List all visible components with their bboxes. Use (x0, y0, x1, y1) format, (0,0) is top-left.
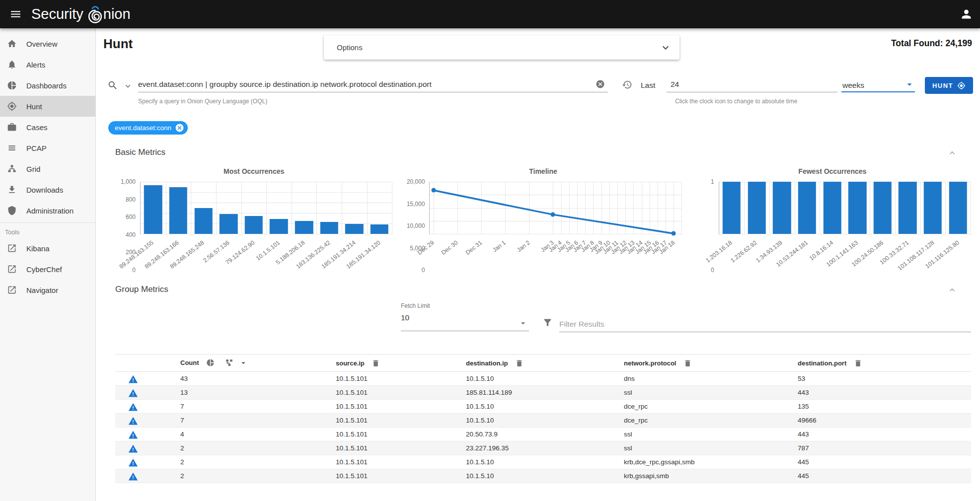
table-row[interactable]: 710.1.5.10110.1.5.10dce_rpc49666 (115, 414, 971, 428)
sidebar-item-administration[interactable]: Administration (0, 200, 95, 221)
sidebar-item-grid[interactable]: Grid (0, 158, 95, 179)
table-row[interactable]: 1310.1.5.101185.81.114.189ssl443 (115, 386, 971, 400)
event-warning-icon[interactable] (128, 472, 138, 482)
security-onion-logo[interactable]: Security nion (31, 4, 131, 25)
sidebar-item-overview[interactable]: Overview (0, 33, 95, 54)
event-warning-icon[interactable] (128, 402, 138, 412)
cell-count[interactable]: 43 (172, 372, 328, 386)
delete-column-icon[interactable] (515, 359, 524, 367)
remove-filter-icon[interactable] (175, 123, 184, 133)
sidebar-item-dashboards[interactable]: Dashboards (0, 75, 95, 96)
cell-destination-port[interactable]: 443 (790, 386, 971, 400)
cell-count[interactable]: 4 (172, 428, 328, 441)
sidebar-item-hunt[interactable]: Hunt (0, 96, 95, 117)
event-warning-icon[interactable] (128, 430, 138, 440)
cell-network-protocol[interactable]: dns (616, 372, 790, 386)
event-actions-cell[interactable] (115, 386, 172, 400)
cell-source-ip[interactable]: 10.1.5.101 (328, 386, 458, 400)
destination-port-column-header[interactable]: destination.port (790, 355, 971, 372)
destination-ip-column-header[interactable]: destination.ip (458, 355, 616, 372)
cell-destination-port[interactable]: 787 (790, 441, 971, 455)
options-expander[interactable]: Options (324, 35, 679, 60)
graph-view-icon[interactable] (225, 358, 233, 367)
event-actions-cell[interactable] (115, 372, 172, 386)
cell-destination-port[interactable]: 445 (790, 455, 971, 469)
event-warning-icon[interactable] (128, 416, 138, 426)
cell-count[interactable]: 7 (172, 414, 328, 428)
cell-source-ip[interactable]: 10.1.5.101 (328, 469, 458, 483)
sidebar-item-cases[interactable]: Cases (0, 117, 95, 138)
cell-count[interactable]: 7 (172, 400, 328, 414)
cell-count[interactable]: 2 (172, 469, 328, 483)
table-row[interactable]: 210.1.5.10110.1.5.10krb,dce_rpc,gssapi,s… (115, 455, 971, 469)
sidebar-item-alerts[interactable]: Alerts (0, 54, 95, 75)
cell-source-ip[interactable]: 10.1.5.101 (328, 455, 458, 469)
cell-count[interactable]: 2 (172, 441, 328, 455)
event-actions-cell[interactable] (115, 414, 172, 428)
event-actions-cell[interactable] (115, 455, 172, 469)
cell-destination-port[interactable]: 135 (790, 400, 971, 414)
search-icon[interactable] (107, 80, 118, 91)
filter-chip[interactable]: event.dataset:conn (108, 121, 188, 135)
cell-destination-port[interactable]: 443 (790, 428, 971, 441)
sidebar-item-navigator[interactable]: Navigator (0, 280, 95, 300)
relative-time-toggle-icon[interactable] (622, 79, 632, 90)
count-column-header[interactable]: Count (172, 355, 328, 372)
cell-network-protocol[interactable]: ssl (616, 386, 790, 400)
cell-source-ip[interactable]: 10.1.5.101 (328, 372, 458, 386)
event-actions-cell[interactable] (115, 428, 172, 441)
sidebar-item-pcap[interactable]: PCAP (0, 138, 95, 158)
cell-network-protocol[interactable]: krb,gssapi,smb (616, 469, 790, 483)
cell-destination-ip[interactable]: 10.1.5.10 (458, 400, 616, 414)
delete-column-icon[interactable] (372, 359, 380, 367)
sidebar-item-cyberchef[interactable]: CyberChef (0, 259, 95, 280)
hunt-button[interactable]: HUNT (925, 77, 973, 94)
cell-destination-ip[interactable]: 10.1.5.10 (458, 414, 616, 428)
cell-source-ip[interactable]: 10.1.5.101 (328, 441, 458, 455)
collapse-group-metrics-button[interactable] (947, 285, 957, 295)
sidebar-item-downloads[interactable]: Downloads (0, 179, 95, 200)
sidebar-item-kibana[interactable]: Kibana (0, 238, 95, 259)
source-ip-column-header[interactable]: source.ip (328, 355, 458, 372)
time-units-select[interactable]: weeks (841, 76, 915, 92)
cell-destination-ip[interactable]: 10.1.5.10 (458, 455, 616, 469)
delete-column-icon[interactable] (683, 359, 692, 367)
cell-destination-port[interactable]: 49666 (790, 414, 971, 428)
cell-network-protocol[interactable]: dce_rpc (616, 400, 790, 414)
column-menu-caret-icon[interactable] (239, 358, 248, 367)
cell-destination-port[interactable]: 445 (790, 469, 971, 483)
delete-column-icon[interactable] (854, 359, 862, 367)
cell-network-protocol[interactable]: ssl (616, 441, 790, 455)
clear-query-icon[interactable] (596, 79, 605, 89)
pie-chart-toggle-icon[interactable] (206, 358, 215, 367)
event-warning-icon[interactable] (128, 374, 138, 384)
cell-destination-port[interactable]: 53 (790, 372, 971, 386)
table-row[interactable]: 710.1.5.10110.1.5.10dce_rpc135 (115, 400, 971, 414)
cell-source-ip[interactable]: 10.1.5.101 (328, 400, 458, 414)
cell-network-protocol[interactable]: krb,dce_rpc,gssapi,smb (616, 455, 790, 469)
cell-network-protocol[interactable]: dce_rpc (616, 414, 790, 428)
query-history-chevron-icon[interactable] (123, 81, 133, 91)
collapse-basic-metrics-button[interactable] (947, 148, 957, 158)
event-warning-icon[interactable] (128, 458, 138, 468)
user-menu-button[interactable] (960, 7, 973, 21)
event-actions-cell[interactable] (115, 469, 172, 483)
query-input[interactable] (138, 76, 608, 92)
table-row[interactable]: 210.1.5.10123.227.196.35ssl787 (115, 441, 971, 455)
event-warning-icon[interactable] (128, 388, 138, 398)
hamburger-menu-button[interactable] (6, 5, 25, 24)
cell-destination-ip[interactable]: 10.1.5.10 (458, 372, 616, 386)
cell-destination-ip[interactable]: 20.50.73.9 (458, 428, 616, 441)
filter-results-input[interactable] (559, 317, 971, 332)
event-warning-icon[interactable] (128, 444, 138, 454)
table-row[interactable]: 410.1.5.10120.50.73.9ssl443 (115, 428, 971, 441)
cell-destination-ip[interactable]: 10.1.5.10 (458, 469, 616, 483)
cell-count[interactable]: 13 (172, 386, 328, 400)
network-protocol-column-header[interactable]: network.protocol (616, 355, 790, 372)
cell-destination-ip[interactable]: 23.227.196.35 (458, 441, 616, 455)
cell-source-ip[interactable]: 10.1.5.101 (328, 414, 458, 428)
table-row[interactable]: 4310.1.5.10110.1.5.10dns53 (115, 372, 971, 386)
table-row[interactable]: 210.1.5.10110.1.5.10krb,gssapi,smb445 (115, 469, 971, 483)
event-actions-cell[interactable] (115, 441, 172, 455)
event-actions-cell[interactable] (115, 400, 172, 414)
